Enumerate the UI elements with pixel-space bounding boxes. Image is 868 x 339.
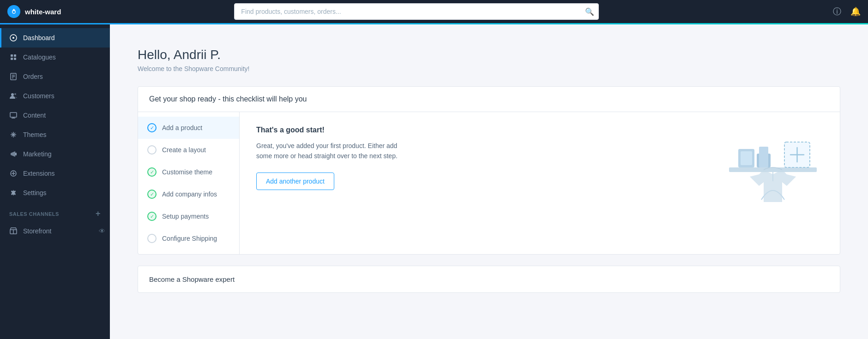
svg-rect-3	[11, 54, 13, 57]
app-name: white-ward	[25, 8, 61, 16]
main-layout: Dashboard Catalogues	[0, 24, 868, 339]
checklist-detail-desc: Great, you've added your first product. …	[256, 141, 404, 161]
svg-point-2	[12, 37, 14, 39]
customers-icon	[9, 92, 18, 100]
sidebar-item-customers-label: Customers	[23, 92, 54, 100]
checklist-item-create-layout[interactable]: Create a layout	[138, 139, 239, 161]
logo-icon	[7, 5, 20, 18]
settings-icon	[9, 189, 18, 197]
sidebar-item-themes[interactable]: Themes	[0, 125, 110, 144]
check-circle-setup-payments: ✓	[147, 212, 157, 221]
check-circle-add-product: ✓	[147, 123, 157, 132]
notifications-icon[interactable]: 🔔	[850, 6, 861, 17]
checklist-item-add-company-infos-label: Add company infos	[162, 190, 217, 198]
storefront-row: Storefront 👁	[0, 221, 110, 241]
sidebar-item-dashboard[interactable]: Dashboard	[0, 28, 110, 48]
sidebar-item-orders[interactable]: Orders	[0, 67, 110, 86]
sidebar-item-orders-label: Orders	[23, 73, 43, 80]
orders-icon	[9, 72, 18, 81]
check-circle-configure-shipping	[147, 234, 157, 243]
add-sales-channel-button[interactable]: +	[96, 209, 101, 219]
become-expert-card: Become a Shopware expert	[138, 266, 840, 293]
sales-channels-label: Sales Channels	[9, 211, 59, 217]
checklist-card: Get your shop ready - this checklist wil…	[138, 86, 840, 255]
svg-rect-4	[14, 54, 16, 57]
checklist-item-customise-theme-label: Customise theme	[162, 168, 212, 176]
check-circle-customise-theme: ✓	[147, 167, 157, 177]
svg-rect-6	[14, 58, 16, 60]
svg-rect-20	[15, 153, 17, 155]
storefront-preview-icon[interactable]: 👁	[99, 227, 105, 235]
svg-point-12	[14, 93, 16, 95]
svg-point-11	[11, 93, 14, 96]
sidebar-item-customers[interactable]: Customers	[0, 86, 110, 106]
check-circle-create-layout	[147, 145, 157, 155]
checklist-items-list: ✓ Add a product Create a layout ✓ Custom…	[138, 112, 240, 254]
catalogues-icon	[9, 53, 18, 61]
sidebar-item-catalogues-label: Catalogues	[23, 54, 56, 61]
add-another-product-button[interactable]: Add another product	[256, 172, 334, 190]
sidebar-item-extensions[interactable]: Extensions	[0, 164, 110, 183]
content-icon	[9, 111, 18, 119]
checklist-item-create-layout-label: Create a layout	[162, 146, 206, 154]
dashboard-icon	[9, 34, 18, 42]
checklist-item-add-product-label: Add a product	[162, 124, 202, 131]
checklist-detail: That's a good start! Great, you've added…	[240, 112, 840, 254]
app-logo: white-ward	[7, 5, 117, 18]
greeting-subtitle: Welcome to the Shopware Community!	[138, 65, 840, 72]
checklist-item-setup-payments-label: Setup payments	[162, 213, 209, 220]
sidebar-item-content[interactable]: Content	[0, 106, 110, 125]
checklist-item-add-product[interactable]: ✓ Add a product	[138, 117, 239, 139]
sidebar-item-settings[interactable]: Settings	[0, 183, 110, 202]
search-button[interactable]: 🔍	[585, 7, 594, 16]
main-content: Hello, Andrii P. Welcome to the Shopware…	[110, 24, 868, 339]
sidebar-item-catalogues[interactable]: Catalogues	[0, 48, 110, 67]
sidebar-item-storefront[interactable]: Storefront	[0, 221, 99, 241]
checklist-item-configure-shipping[interactable]: Configure Shipping	[138, 227, 239, 250]
storefront-label: Storefront	[23, 227, 51, 235]
svg-rect-27	[741, 151, 752, 165]
checklist-body: ✓ Add a product Create a layout ✓ Custom…	[138, 112, 840, 254]
marketing-icon	[9, 150, 18, 158]
topbar: white-ward 🔍 ⓘ 🔔	[0, 0, 868, 23]
topbar-actions: ⓘ 🔔	[833, 6, 861, 17]
checklist-item-customise-theme[interactable]: ✓ Customise theme	[138, 161, 239, 183]
svg-rect-25	[729, 167, 817, 172]
checklist-item-configure-shipping-label: Configure Shipping	[162, 235, 217, 242]
themes-icon	[9, 131, 18, 139]
sidebar-item-marketing-label: Marketing	[23, 150, 51, 158]
check-circle-add-company-infos: ✓	[147, 190, 157, 199]
sidebar-nav: Dashboard Catalogues	[0, 24, 110, 244]
extensions-icon	[9, 169, 18, 178]
sidebar-item-content-label: Content	[23, 112, 46, 119]
sidebar-item-extensions-label: Extensions	[23, 170, 54, 177]
checklist-header: Get your shop ready - this checklist wil…	[138, 87, 840, 112]
sidebar: Dashboard Catalogues	[0, 24, 110, 339]
sidebar-item-themes-label: Themes	[23, 131, 47, 138]
become-expert-text: Become a Shopware expert	[149, 275, 235, 283]
greeting-title: Hello, Andrii P.	[138, 48, 840, 62]
sidebar-item-dashboard-label: Dashboard	[23, 34, 55, 42]
search-input[interactable]	[234, 3, 599, 20]
checklist-item-setup-payments[interactable]: ✓ Setup payments	[138, 205, 239, 227]
search-bar[interactable]: 🔍	[234, 3, 599, 20]
sidebar-item-marketing[interactable]: Marketing	[0, 144, 110, 164]
svg-rect-29	[759, 147, 768, 167]
checklist-item-add-company-infos[interactable]: ✓ Add company infos	[138, 183, 239, 205]
product-illustration	[724, 121, 826, 214]
sales-channels-section: Sales Channels +	[0, 202, 110, 221]
storefront-icon	[9, 227, 18, 235]
svg-rect-5	[11, 58, 13, 60]
sidebar-item-settings-label: Settings	[23, 189, 47, 196]
svg-point-0	[13, 11, 15, 13]
help-icon[interactable]: ⓘ	[833, 6, 841, 17]
svg-rect-13	[10, 113, 17, 117]
